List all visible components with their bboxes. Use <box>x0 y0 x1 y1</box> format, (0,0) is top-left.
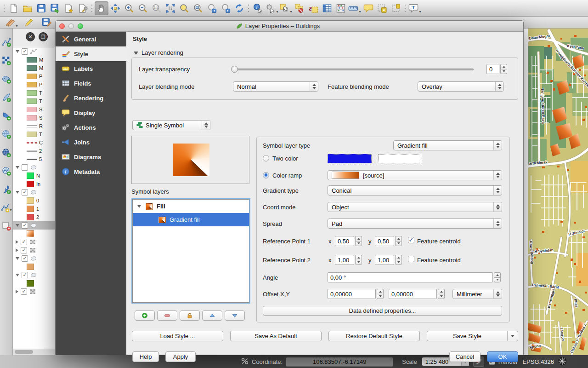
layer-checkbox[interactable]: ✓ <box>22 222 28 229</box>
remove-symbol-layer-button[interactable] <box>157 310 177 321</box>
measure-icon[interactable]: ▾ <box>348 1 362 15</box>
layer-rendering-section[interactable]: Layer rendering <box>134 49 183 56</box>
layer-checkbox[interactable]: ✓ <box>21 288 27 295</box>
lock-symbol-layer-button[interactable] <box>180 310 200 321</box>
offset-y-field[interactable]: 0,00000 <box>389 289 437 299</box>
sidebar-item-labels[interactable]: abcLabels <box>56 61 126 76</box>
zoom-full-icon[interactable] <box>164 1 177 15</box>
expander-icon[interactable] <box>16 248 18 252</box>
load-style-button[interactable]: Load Style ... <box>132 331 223 341</box>
legend-item[interactable]: In <box>13 180 55 188</box>
new-bookmark-icon[interactable] <box>375 1 389 15</box>
combo-arrows-icon[interactable] <box>493 171 502 180</box>
color-ramp-combobox[interactable]: [source] <box>328 170 502 180</box>
legend-item[interactable]: P <box>13 72 55 80</box>
offset-y-stepper[interactable] <box>438 289 445 299</box>
expander-icon[interactable] <box>16 224 19 227</box>
ref1-y-stepper[interactable] <box>395 236 402 246</box>
add-wfs-layer-icon[interactable] <box>1 166 12 177</box>
pan-to-selection-icon[interactable] <box>108 1 122 15</box>
add-postgis-layer-icon[interactable] <box>1 74 12 85</box>
color-ramp-radio[interactable] <box>263 172 269 178</box>
legend-item[interactable]: T <box>13 97 55 105</box>
save-style-button[interactable]: Save Style <box>427 331 518 341</box>
expander-icon[interactable] <box>16 166 19 169</box>
apply-button[interactable]: Apply <box>165 351 196 362</box>
panel-scrollbar[interactable] <box>13 349 55 355</box>
add-vector-layer-icon[interactable] <box>1 37 12 48</box>
gradient-type-combobox[interactable]: Conical <box>328 185 502 196</box>
sidebar-item-general[interactable]: General <box>56 32 126 46</box>
combo-arrows-icon[interactable] <box>493 141 502 150</box>
coordinate-capture-icon[interactable] <box>241 357 249 367</box>
add-delimited-text-layer-icon[interactable] <box>1 184 12 195</box>
data-defined-properties-button[interactable]: Data defined properties... <box>263 306 502 316</box>
legend-item[interactable]: P <box>13 80 55 89</box>
symbol-layer-type-combobox[interactable]: Gradient fill <box>393 140 502 150</box>
legend-item[interactable]: 2 <box>13 147 55 155</box>
two-color-radio[interactable] <box>263 155 269 161</box>
ref2-x-field[interactable]: 1,00 <box>335 255 354 265</box>
pan-map-icon[interactable] <box>95 1 108 15</box>
add-oracle-layer-icon[interactable] <box>1 129 12 140</box>
legend-item[interactable]: S <box>13 105 55 114</box>
map-canvas[interactable]: Daan Mogot Kyai Tapa Transjakarta Busway… <box>524 29 588 355</box>
zoom-window-button[interactable] <box>78 23 83 29</box>
new-shapefile-layer-icon[interactable]: ▾ <box>1 202 12 213</box>
select-features-icon[interactable]: ▾ <box>279 1 293 15</box>
add-symbol-layer-button[interactable] <box>135 310 155 321</box>
layer-checkbox[interactable]: ✓ <box>22 255 28 262</box>
combo-arrows-icon[interactable] <box>493 186 502 195</box>
zoom-in-icon[interactable] <box>122 1 136 15</box>
sidebar-item-diagrams[interactable]: Diagrams <box>56 150 126 164</box>
new-print-composer-icon[interactable] <box>62 1 76 15</box>
select-by-expression-icon[interactable]: ε <box>306 1 320 15</box>
open-attribute-table-icon[interactable] <box>320 1 334 15</box>
help-button[interactable]: Help <box>132 351 159 362</box>
combo-arrows-icon[interactable] <box>493 219 502 228</box>
new-project-icon[interactable] <box>7 1 21 15</box>
expander-icon[interactable] <box>16 274 19 276</box>
legend-item[interactable]: M <box>13 64 55 72</box>
expander-icon[interactable] <box>137 205 141 208</box>
layer-checkbox[interactable]: ✓ <box>22 189 28 196</box>
cancel-button[interactable]: Cancel <box>449 351 481 362</box>
combo-arrows-icon[interactable] <box>202 121 210 130</box>
add-wms-layer-icon[interactable] <box>1 147 12 158</box>
save-project-as-icon[interactable] <box>48 1 62 15</box>
ok-button[interactable]: OK <box>487 351 518 362</box>
text-annotation-icon[interactable]: T▾ <box>408 1 422 15</box>
legend-item[interactable]: 2 <box>13 213 55 221</box>
save-style-dropdown-arrow[interactable] <box>507 331 518 341</box>
map-tips-icon[interactable] <box>362 1 375 15</box>
legend-item[interactable] <box>13 263 55 271</box>
sidebar-item-fields[interactable]: Fields <box>56 76 126 91</box>
toggle-editing-icon[interactable] <box>22 16 36 29</box>
layer-checkbox[interactable]: ✓ <box>21 239 27 245</box>
angle-stepper[interactable] <box>494 272 501 282</box>
feature-blend-combobox[interactable]: Overlay <box>418 81 504 92</box>
legend-item[interactable]: 5 <box>13 155 55 163</box>
ref1-y-field[interactable]: 0,50 <box>375 236 394 246</box>
layer-row[interactable] <box>13 163 55 172</box>
layer-row[interactable]: ✓ <box>13 254 55 263</box>
legend-item[interactable]: M <box>13 56 55 64</box>
layer-row[interactable]: ✓ <box>13 246 55 254</box>
coord-mode-combobox[interactable]: Object <box>328 202 502 212</box>
legend-item[interactable]: 1 <box>13 205 55 213</box>
transparency-value-field[interactable]: 0 <box>486 64 499 74</box>
zoom-native-icon[interactable]: 1:1 <box>150 1 164 15</box>
ref1-x-field[interactable]: 0,50 <box>335 236 354 246</box>
sidebar-item-display[interactable]: Display <box>56 105 126 120</box>
offset-unit-combobox[interactable]: Millimeter <box>452 289 502 299</box>
sidebar-item-metadata[interactable]: iMetadata <box>56 164 126 179</box>
collapse-triangle-icon[interactable] <box>134 52 138 55</box>
expander-icon[interactable] <box>16 290 18 293</box>
expander-icon[interactable] <box>16 257 19 260</box>
layer-checkbox[interactable]: ✓ <box>22 272 28 278</box>
combo-arrows-icon[interactable] <box>495 82 503 91</box>
offset-x-field[interactable]: 0,00000 <box>328 289 376 299</box>
legend-item[interactable]: N <box>13 172 55 180</box>
layer-row[interactable]: ✓ <box>13 238 55 246</box>
open-project-icon[interactable] <box>21 1 34 15</box>
